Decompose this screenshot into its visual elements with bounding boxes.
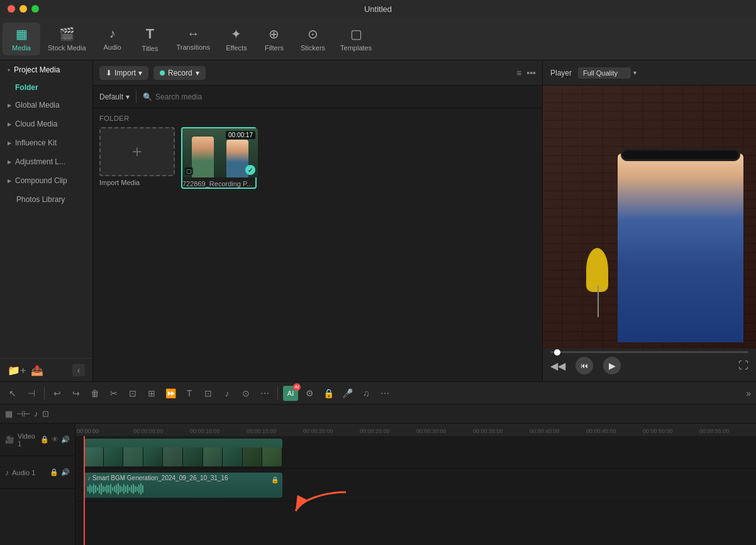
toolbar-item-titles[interactable]: T Titles (131, 22, 169, 56)
sidebar-item-project-media[interactable]: ▾ Project Media (0, 60, 92, 79)
tl-cut-button[interactable]: ✂ (106, 386, 121, 401)
ts-snap-btn[interactable]: ⊣⊢ (16, 409, 30, 419)
project-media-arrow: ▾ (8, 67, 10, 73)
toolbar-item-media[interactable]: ▦ Media (3, 23, 40, 55)
play-button[interactable]: ▶ (603, 357, 621, 374)
video-track-lock[interactable]: 🔒 (40, 435, 49, 444)
influence-kit-arrow: ▶ (8, 140, 11, 146)
video-track-vol[interactable]: 🔊 (61, 435, 70, 444)
filmstrip-frame-8 (223, 447, 243, 466)
import-media-item[interactable]: + Import Media (99, 127, 175, 189)
toolbar-item-stickers[interactable]: ⊙ Stickers (293, 23, 333, 55)
folder-import-icon[interactable]: 📤 (31, 364, 43, 376)
import-thumb: + (99, 127, 175, 176)
tl-music-button[interactable]: ♫ (359, 386, 374, 401)
filter-icon[interactable]: ≡ (516, 68, 521, 78)
tl-razor-tool[interactable]: ⊣ (24, 386, 39, 401)
audio-clip[interactable]: ♪ Smart BGM Generation_2024_09_26_10_31_… (84, 473, 282, 498)
tl-split-button[interactable]: ⊞ (144, 386, 159, 401)
import-button[interactable]: ⬇ Import ▾ (99, 66, 148, 80)
record-dot-icon (160, 70, 165, 76)
tl-adjust-button[interactable]: ⊡ (125, 386, 140, 401)
tl-redo-button[interactable]: ↪ (69, 386, 84, 401)
toolbar-item-stock-media[interactable]: 🎬 Stock Media (40, 23, 94, 55)
tl-lock-button[interactable]: 🔒 (321, 386, 336, 401)
tl-settings-button[interactable]: ⚙ (302, 386, 317, 401)
sidebar-collapse-button[interactable]: ‹ (72, 364, 85, 376)
fullscreen-button[interactable]: ⛶ (738, 360, 748, 371)
toolbar-item-filters[interactable]: ⊕ Filters (255, 23, 293, 55)
toolbar-item-effects[interactable]: ✦ Effects (218, 23, 255, 55)
search-input[interactable] (155, 93, 536, 101)
toolbar-item-audio[interactable]: ♪ Audio (94, 23, 131, 55)
wb-14 (112, 487, 113, 491)
sidebar-item-influence-kit[interactable]: ▶ Influence Kit (0, 133, 92, 152)
more-options-icon[interactable]: ••• (526, 68, 536, 78)
toolbar-item-templates[interactable]: ▢ Templates (333, 23, 379, 55)
audio-track-icon: ♪ (5, 468, 9, 477)
adjustment-label: Adjustment L... (15, 157, 65, 166)
sidebar-item-cloud-media[interactable]: ▶ Cloud Media (0, 115, 92, 133)
default-filter-button[interactable]: Default ▾ (99, 93, 130, 101)
tl-select-tool[interactable]: ↖ (5, 386, 20, 401)
import-icon: ⬇ (106, 69, 112, 77)
stickers-icon: ⊙ (308, 26, 318, 42)
wb-1 (87, 486, 89, 492)
wb-21 (125, 486, 126, 492)
default-filter-label: Default (99, 93, 123, 101)
plus-icon: + (132, 142, 142, 162)
ruler-mark-7: 00:00:35:00 (473, 428, 503, 434)
ts-grid-btn[interactable]: ▦ (5, 409, 13, 419)
audio-track-lock[interactable]: 🔒 (50, 468, 58, 476)
progress-handle[interactable] (554, 349, 560, 356)
audio-icon-small: ♪ (87, 475, 91, 481)
video-track-eye[interactable]: 👁 (52, 435, 58, 444)
global-media-arrow: ▶ (8, 103, 11, 108)
ts-sub-btn[interactable]: ⊡ (42, 409, 49, 419)
record-button[interactable]: Record ▾ (153, 66, 206, 80)
play-prev-button[interactable]: ⏮ (575, 357, 593, 374)
maximize-button[interactable] (31, 5, 39, 13)
sidebar-item-compound-clip[interactable]: ▶ Compound Clip (0, 171, 92, 190)
title-bar: Untitled (0, 0, 756, 18)
tl-speed-button[interactable]: ⏩ (163, 386, 178, 401)
import-chevron: ▾ (138, 69, 142, 77)
transitions-label: Transitions (177, 43, 210, 51)
progress-bar[interactable] (550, 351, 748, 353)
tl-expand-button[interactable]: » (746, 388, 751, 398)
tl-crop-button[interactable]: ⊡ (201, 386, 216, 401)
wb-25 (133, 484, 134, 494)
quality-select[interactable]: Full Quality 1/2 Quality 1/4 Quality (578, 67, 631, 79)
step-back-button[interactable]: ◀◀ (550, 360, 565, 372)
minimize-button[interactable] (19, 5, 27, 13)
folder-add-icon[interactable]: 📁+ (8, 364, 26, 376)
tl-undo-button[interactable]: ↩ (50, 386, 65, 401)
default-filter-arrow: ▾ (126, 93, 130, 101)
tl-text-button[interactable]: T (182, 386, 197, 401)
wb-13 (110, 484, 111, 494)
window-title: Untitled (364, 4, 392, 14)
media-toolbar: ⬇ Import ▾ Record ▾ ≡ ••• (93, 60, 542, 86)
titles-label: Titles (142, 45, 158, 52)
play-icon: ▶ (609, 361, 616, 371)
tl-audio-button[interactable]: ♪ (220, 386, 235, 401)
video-media-item[interactable]: 00:00:17 ▢ ✓ 722869_Recording P... (181, 127, 257, 189)
tl-more-tools-button[interactable]: ⋯ (377, 386, 392, 401)
ruler-mark-4: 00:00:20:00 (303, 428, 333, 434)
tl-ai-button[interactable]: AI AI (283, 386, 298, 401)
playhead[interactable] (84, 436, 85, 545)
tl-color-button[interactable]: ⊙ (238, 386, 253, 401)
video-clip[interactable]: ▶ 722869_Recording Podcast Podcasting Po… (84, 439, 282, 466)
close-button[interactable] (8, 5, 15, 13)
sidebar-item-folder[interactable]: Folder (0, 79, 92, 96)
sidebar-item-photos-library[interactable]: Photos Library (0, 190, 92, 209)
toolbar-item-transitions[interactable]: ↔ Transitions (169, 23, 218, 55)
sidebar-item-global-media[interactable]: ▶ Global Media (0, 96, 92, 115)
tl-more-button-2[interactable]: ⋯ (257, 386, 272, 401)
sidebar-item-adjustment[interactable]: ▶ Adjustment L... (0, 152, 92, 171)
media-filter-bar: Default ▾ 🔍 (93, 86, 542, 108)
tl-mic-button[interactable]: 🎤 (340, 386, 355, 401)
tl-delete-button[interactable]: 🗑 (87, 386, 103, 401)
ts-audio-btn[interactable]: ♪ (34, 409, 38, 419)
audio-track-vol[interactable]: 🔊 (61, 468, 70, 476)
